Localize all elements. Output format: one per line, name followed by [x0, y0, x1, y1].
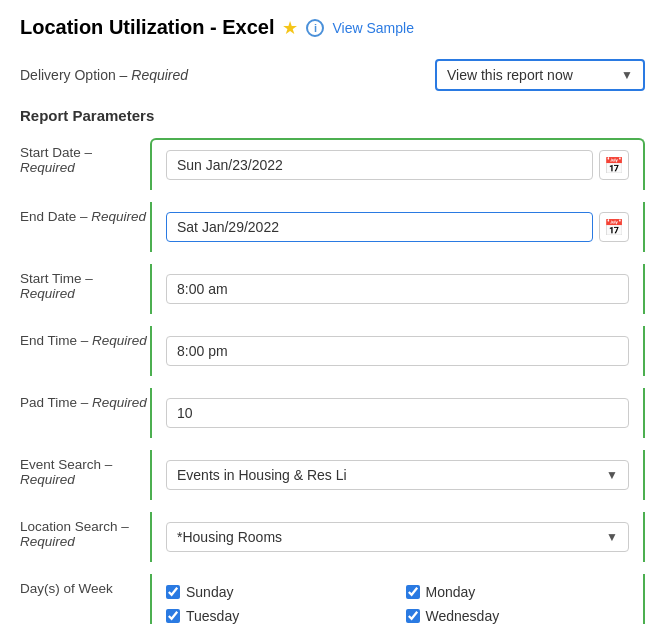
event-search-value: Events in Housing & Res Li [177, 467, 606, 483]
page-title: Location Utilization - Excel [20, 16, 274, 39]
delivery-row: Delivery Option – Required View this rep… [20, 59, 645, 91]
checkbox-monday[interactable]: Monday [406, 584, 630, 600]
start-date-row: Start Date – Required 📅 [20, 138, 645, 190]
pad-time-row: Pad Time – Required [20, 388, 645, 438]
days-of-week-row: Day(s) of Week Sunday Monday Tuesday [20, 574, 645, 624]
checkbox-tuesday-input[interactable] [166, 609, 180, 623]
start-time-label: Start Time – Required [20, 264, 150, 301]
chevron-down-icon: ▼ [606, 530, 618, 544]
view-sample-link[interactable]: View Sample [332, 20, 413, 36]
delivery-select[interactable]: View this report now ▼ [435, 59, 645, 91]
days-checkbox-grid: Sunday Monday Tuesday Wednesday Thursday [166, 584, 629, 624]
days-of-week-label: Day(s) of Week [20, 574, 150, 596]
chevron-down-icon: ▼ [606, 468, 618, 482]
end-date-field-wrapper: 📅 [166, 212, 629, 242]
end-time-row: End Time – Required [20, 326, 645, 376]
end-time-box [150, 326, 645, 376]
checkbox-sunday[interactable]: Sunday [166, 584, 390, 600]
start-date-input[interactable] [166, 150, 593, 180]
start-time-row: Start Time – Required [20, 264, 645, 314]
end-date-row: End Date – Required 📅 [20, 202, 645, 252]
params-box-top: 📅 [150, 138, 645, 190]
location-search-box: *Housing Rooms ▼ [150, 512, 645, 562]
page-header: Location Utilization - Excel ★ i View Sa… [20, 16, 645, 39]
event-search-select[interactable]: Events in Housing & Res Li ▼ [166, 460, 629, 490]
delivery-select-value: View this report now [447, 67, 613, 83]
event-search-row: Event Search – Required Events in Housin… [20, 450, 645, 500]
section-title: Report Parameters [20, 107, 645, 124]
end-date-input[interactable] [166, 212, 593, 242]
pad-time-label: Pad Time – Required [20, 388, 150, 410]
pad-time-input[interactable] [166, 398, 629, 428]
days-of-week-box: Sunday Monday Tuesday Wednesday Thursday [150, 574, 645, 624]
location-search-label: Location Search – Required [20, 512, 150, 549]
event-search-box: Events in Housing & Res Li ▼ [150, 450, 645, 500]
start-date-field-wrapper: 📅 [166, 150, 629, 180]
event-search-label: Event Search – Required [20, 450, 150, 487]
end-time-input[interactable] [166, 336, 629, 366]
start-time-box [150, 264, 645, 314]
end-date-box: 📅 [150, 202, 645, 252]
start-date-calendar-icon[interactable]: 📅 [599, 150, 629, 180]
star-icon[interactable]: ★ [282, 17, 298, 39]
pad-time-box [150, 388, 645, 438]
checkbox-wednesday-input[interactable] [406, 609, 420, 623]
location-search-select[interactable]: *Housing Rooms ▼ [166, 522, 629, 552]
delivery-option-label: Delivery Option – Required [20, 67, 188, 83]
info-icon[interactable]: i [306, 19, 324, 37]
end-date-calendar-icon[interactable]: 📅 [599, 212, 629, 242]
chevron-down-icon: ▼ [621, 68, 633, 82]
checkbox-wednesday[interactable]: Wednesday [406, 608, 630, 624]
checkbox-tuesday[interactable]: Tuesday [166, 608, 390, 624]
checkbox-sunday-input[interactable] [166, 585, 180, 599]
location-search-row: Location Search – Required *Housing Room… [20, 512, 645, 562]
location-search-value: *Housing Rooms [177, 529, 606, 545]
start-date-label: Start Date – Required [20, 138, 150, 175]
end-date-label: End Date – Required [20, 202, 150, 224]
start-time-input[interactable] [166, 274, 629, 304]
end-time-label: End Time – Required [20, 326, 150, 348]
checkbox-monday-input[interactable] [406, 585, 420, 599]
